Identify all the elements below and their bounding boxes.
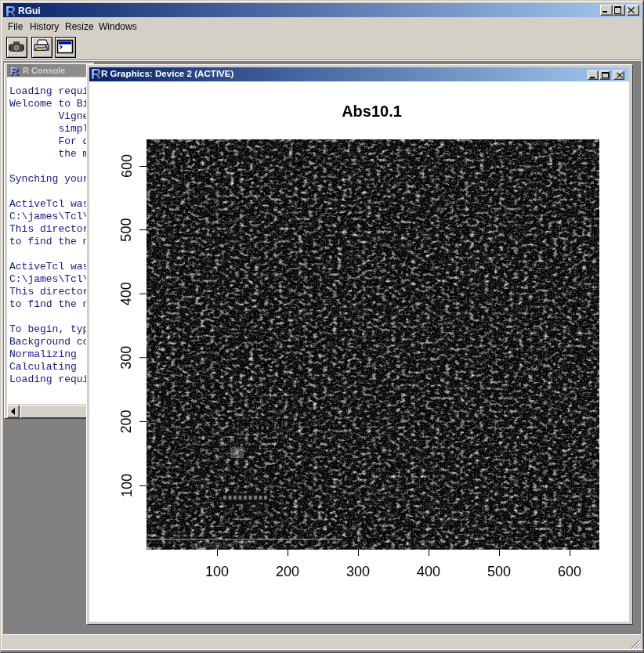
svg-text:R: R [91,67,101,81]
svg-text:100: 100 [119,474,135,497]
svg-text:500: 500 [487,564,511,579]
svg-text:200: 200 [276,564,299,579]
svg-text:R: R [10,65,19,78]
svg-text:300: 300 [346,564,370,579]
svg-text:400: 400 [119,282,135,305]
svg-text:200: 200 [119,409,135,433]
svg-text:400: 400 [417,564,440,579]
svg-text:500: 500 [119,218,135,242]
svg-text:100: 100 [205,564,229,579]
svg-text:300: 300 [119,346,135,370]
svg-text:R: R [5,4,16,18]
svg-text:600: 600 [119,154,135,178]
svg-text:600: 600 [558,564,581,579]
